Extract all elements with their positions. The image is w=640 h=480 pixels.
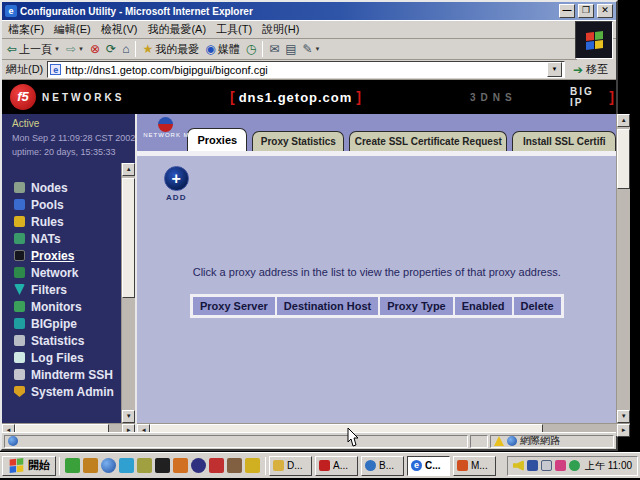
start-button[interactable]: 開始	[2, 456, 56, 476]
volume-icon[interactable]	[513, 460, 524, 471]
sidebar-item-filters[interactable]: Filters	[14, 281, 121, 298]
scroll-down-icon[interactable]: ▼	[617, 410, 630, 423]
sidebar-item-bigpipe[interactable]: BIGpipe	[14, 315, 121, 332]
quick-launch-icon-6[interactable]	[155, 458, 170, 473]
scroll-up-icon[interactable]: ▲	[122, 163, 135, 176]
quick-launch-icon-11[interactable]	[245, 458, 260, 473]
history-button[interactable]: ◷	[246, 43, 256, 55]
sidebar-item-nats[interactable]: NATs	[14, 230, 121, 247]
column-header-proxy-type[interactable]: Proxy Type	[379, 296, 454, 316]
quick-launch-icon-4[interactable]	[119, 458, 134, 473]
close-icon[interactable]: ✕	[597, 4, 613, 18]
sidebar-item-proxies[interactable]: Proxies	[14, 247, 121, 264]
quick-launch-icon-5[interactable]	[137, 458, 152, 473]
minimize-icon[interactable]: —	[559, 4, 575, 18]
taskbar-window-button-1[interactable]: D...	[269, 456, 312, 476]
mail-button[interactable]: ✉	[269, 43, 279, 55]
back-button[interactable]: ⇦ 上一頁 ▼	[7, 42, 60, 57]
product-3dns-label: 3DNS	[470, 92, 517, 103]
browser-window: e Configuration Utility - Microsoft Inte…	[0, 0, 618, 451]
sidebar-item-label: Rules	[31, 215, 64, 229]
add-proxy-button[interactable]: + ADD	[153, 166, 199, 202]
quick-launch-icon-8[interactable]	[191, 458, 206, 473]
column-header-destination-host[interactable]: Destination Host	[276, 296, 379, 316]
quick-launch-icon-3[interactable]	[101, 458, 116, 473]
sidebar-item-label: System Admin	[31, 385, 114, 399]
menu-favorites[interactable]: 我的最愛(A)	[147, 22, 206, 37]
forward-button[interactable]: ⇨ ▼	[66, 43, 84, 55]
media-icon: ◉	[205, 43, 215, 55]
sidebar-item-rules[interactable]: Rules	[14, 213, 121, 230]
menu-view[interactable]: 檢視(V)	[101, 22, 138, 37]
home-button[interactable]: ⌂	[122, 43, 129, 55]
quick-launch-icon-10[interactable]	[227, 458, 242, 473]
content-scroll-track[interactable]	[617, 127, 630, 410]
go-button[interactable]: ➔ 移至	[569, 62, 612, 77]
quick-launch-icon-7[interactable]	[173, 458, 188, 473]
column-header-enabled[interactable]: Enabled	[454, 296, 513, 316]
network-map-button[interactable]: NETWORK MAP	[143, 117, 187, 138]
content-scroll-thumb[interactable]	[617, 129, 630, 189]
quick-launch-icon-1[interactable]	[65, 458, 80, 473]
scroll-right-icon[interactable]: ►	[617, 424, 630, 437]
proxies-page: + ADD Click a proxy address in the list …	[137, 151, 616, 423]
favorites-button[interactable]: ★ 我的最愛	[142, 42, 199, 57]
tray-icon-4[interactable]	[555, 460, 566, 471]
edit-dropdown-icon[interactable]: ▼	[315, 46, 321, 52]
taskbar-window-button-2[interactable]: A...	[315, 456, 358, 476]
sidebar-scroll-thumb[interactable]	[122, 178, 135, 298]
address-url[interactable]: http://dns1.getop.com/bigipgui/bigconf.c…	[65, 64, 267, 76]
column-header-proxy-server[interactable]: Proxy Server	[192, 296, 276, 316]
sidebar-item-network[interactable]: Network	[14, 264, 121, 281]
quick-launch-icon-2[interactable]	[83, 458, 98, 473]
taskbar-window-button-4-active[interactable]: eC...	[407, 456, 450, 476]
print-button[interactable]: ▤	[285, 43, 296, 55]
address-input[interactable]: e http://dns1.getop.com/bigipgui/bigconf…	[47, 61, 565, 78]
menu-help[interactable]: 說明(H)	[262, 22, 299, 37]
status-uptime: uptime: 20 days, 15:35:33	[12, 147, 135, 157]
sidebar-item-mindterm-ssh[interactable]: Mindterm SSH	[14, 366, 121, 383]
taskbar-clock[interactable]: 上午 11:00	[583, 459, 632, 473]
tab-proxy-statistics[interactable]: Proxy Statistics	[252, 131, 344, 151]
menu-file[interactable]: 檔案(F)	[8, 22, 44, 37]
scroll-down-icon[interactable]: ▼	[122, 410, 135, 423]
forward-dropdown-icon[interactable]: ▼	[78, 46, 84, 52]
main-area: Active Mon Sep 2 11:09:28 CST 2002 uptim…	[2, 114, 616, 436]
window-2-label: A...	[333, 460, 348, 471]
sidebar-item-monitors[interactable]: Monitors	[14, 298, 121, 315]
tab-install-ssl-certificate[interactable]: Install SSL Certifi	[512, 131, 616, 151]
restore-icon[interactable]: ❐	[578, 4, 594, 18]
sidebar-item-pools[interactable]: Pools	[14, 196, 121, 213]
internet-zone-icon	[507, 436, 517, 446]
security-zone-cell: 網際網路	[490, 435, 614, 448]
tray-icon-2[interactable]	[527, 460, 538, 471]
mouse-cursor	[347, 428, 360, 452]
hostname-bracket-close: ]	[356, 89, 361, 105]
content-vertical-scrollbar[interactable]: ▲ ▼	[616, 114, 630, 423]
taskbar-window-button-5[interactable]: M...	[453, 456, 496, 476]
sidebar-item-log-files[interactable]: Log Files	[14, 349, 121, 366]
tray-icon-5[interactable]	[569, 460, 580, 471]
display-icon[interactable]	[541, 460, 552, 471]
taskbar-window-button-3[interactable]: B...	[361, 456, 404, 476]
sidebar-item-nodes[interactable]: Nodes	[14, 179, 121, 196]
sidebar-vertical-scrollbar[interactable]: ▲ ▼	[121, 163, 135, 423]
sidebar-nav: Nodes Pools Rules NATs Proxies Network F…	[2, 163, 121, 423]
sidebar-scroll-track[interactable]	[122, 176, 135, 410]
edit-button[interactable]: ✎ ▼	[303, 43, 321, 55]
menu-tools[interactable]: 工具(T)	[216, 22, 252, 37]
address-dropdown-icon[interactable]: ▼	[547, 62, 562, 77]
stop-button[interactable]: ⊗	[90, 43, 100, 55]
menu-edit[interactable]: 編輯(E)	[54, 22, 91, 37]
tab-create-ssl-certificate-request[interactable]: Create SSL Certificate Request	[349, 131, 507, 151]
back-dropdown-icon[interactable]: ▼	[54, 46, 60, 52]
refresh-button[interactable]: ⟳	[106, 43, 116, 55]
column-header-delete[interactable]: Delete	[513, 296, 562, 316]
scroll-up-icon[interactable]: ▲	[617, 114, 630, 127]
ie-throbber-logo	[575, 21, 613, 59]
refresh-icon: ⟳	[106, 43, 116, 55]
sidebar-item-statistics[interactable]: Statistics	[14, 332, 121, 349]
sidebar-item-system-admin[interactable]: System Admin	[14, 383, 121, 400]
media-button[interactable]: ◉ 媒體	[205, 42, 239, 57]
quick-launch-icon-9[interactable]	[209, 458, 224, 473]
